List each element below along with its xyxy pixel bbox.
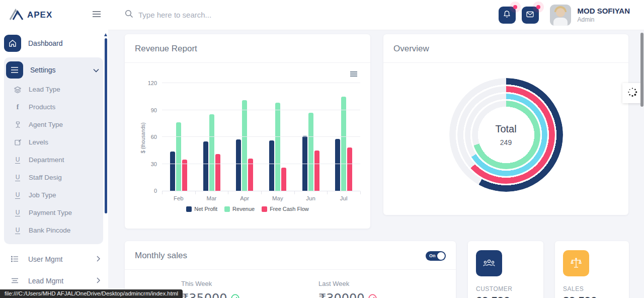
underline-u-icon: U (13, 157, 22, 164)
bar[interactable] (341, 97, 346, 191)
messages-button[interactable] (522, 7, 539, 24)
sidebar-subitem-agent-type[interactable]: Agent Type (6, 116, 99, 133)
this-week-value: ₹35000 (181, 291, 227, 298)
brand-name: APEX (27, 10, 52, 20)
bar-chart-plot: 0306090120 (162, 84, 360, 191)
main-area: MOD SOFIYAN Admin Revenue Report $ (thou… (108, 0, 644, 298)
x-tick-mark (261, 191, 262, 194)
stat-value: 89,596 (563, 294, 621, 298)
legend-item[interactable]: Revenue (224, 206, 255, 212)
bar[interactable] (215, 154, 220, 191)
sidebar-scroll-arrow[interactable] (104, 33, 107, 36)
gridline (162, 136, 360, 137)
sidebar-scrollbar[interactable] (105, 38, 107, 213)
sidebar-subitem-staff-desig[interactable]: UStaff Desig (6, 169, 99, 186)
gridline (162, 83, 360, 83)
stat-value: 69,596 (476, 294, 535, 298)
bar[interactable] (242, 100, 247, 191)
home-icon (4, 35, 21, 52)
legend-item[interactable]: Free Cash Flow (262, 206, 309, 212)
bar[interactable] (281, 168, 286, 191)
chevron-right-icon[interactable] (97, 255, 100, 264)
chart-menu-icon[interactable] (350, 70, 357, 78)
settings-list-icon (6, 61, 23, 79)
spinner-icon (627, 87, 638, 100)
x-tick-label: Jul (327, 195, 360, 201)
edit-note-icon (13, 139, 22, 145)
radial-total-label: Total (495, 123, 516, 135)
notifications-button[interactable] (499, 7, 516, 24)
customers-icon (476, 250, 502, 276)
x-tick-label: Feb (162, 195, 195, 201)
legend-swatch (186, 206, 192, 212)
sidebar-subitem-lead-type[interactable]: Lead Type (6, 81, 99, 98)
bar[interactable] (176, 122, 181, 191)
bar[interactable] (170, 152, 175, 191)
envelope-icon (526, 11, 534, 20)
sidebar-subitem-label: Products (29, 103, 55, 111)
sidebar-item-label: Settings (30, 66, 93, 74)
toggle-knob (437, 252, 445, 260)
bar[interactable] (236, 139, 241, 191)
bar[interactable] (269, 140, 274, 191)
bar-group-jul (327, 84, 360, 191)
sidebar-subitem-label: Staff Desig (29, 174, 62, 181)
bar-group-jun (294, 84, 328, 191)
underline-u-icon: U (13, 209, 22, 216)
bar[interactable] (314, 151, 319, 191)
sidebar-subitem-products[interactable]: fProducts (6, 98, 99, 116)
page-scrollbar[interactable] (639, 0, 644, 298)
sidebar-subitem-bank-pincode[interactable]: UBank Pincode (6, 221, 99, 239)
trend-down-icon (368, 291, 377, 298)
sidebar-item-user-mgmt[interactable]: User Mgmt (4, 248, 103, 270)
menu-lines-icon (11, 278, 21, 283)
bar[interactable] (182, 160, 187, 191)
last-week-label: Last Week (318, 280, 456, 287)
bell-icon (503, 10, 511, 20)
bar[interactable] (275, 103, 280, 191)
bar[interactable] (347, 147, 352, 191)
sidebar-item-dashboard[interactable]: Dashboard (4, 32, 103, 54)
user-avatar[interactable] (550, 5, 571, 26)
bar[interactable] (209, 114, 214, 191)
apex-mountain-icon (9, 8, 25, 23)
bar-group-mar (195, 84, 228, 191)
bar[interactable] (203, 141, 208, 191)
x-tick-label: Jun (294, 195, 328, 201)
monthly-sales-toggle[interactable]: On (426, 251, 446, 261)
sidebar-subitem-payment-type[interactable]: UPayment Type (6, 204, 99, 221)
page-scrollbar-thumb[interactable] (640, 33, 643, 107)
sidebar-item-settings[interactable]: Settings (6, 59, 99, 81)
bar[interactable] (335, 139, 340, 191)
stat-label: SALES (563, 285, 621, 292)
brand-logo[interactable]: APEX (9, 8, 92, 23)
list-icon (11, 256, 21, 262)
chevron-down-icon[interactable] (93, 65, 99, 74)
y-tick-label: 60 (127, 134, 157, 140)
overview-card: Overview Total 249 (383, 34, 628, 215)
sidebar-subitem-label: Department (29, 156, 64, 164)
sidebar-item-label: Lead Mgmt (28, 277, 97, 285)
bar-group-may (261, 84, 294, 191)
sidebar-subitem-label: Bank Pincode (29, 227, 70, 234)
x-axis-labels: FebMarAprMayJunJul (162, 195, 360, 201)
sidebar-item-lead-mgmt[interactable]: Lead Mgmt (4, 270, 103, 291)
sidebar-subitem-levels[interactable]: Levels (6, 133, 99, 151)
search-input[interactable] (138, 11, 350, 19)
chevron-right-icon[interactable] (97, 276, 100, 285)
sidebar-subitem-job-type[interactable]: UJob Type (6, 186, 99, 204)
legend-item[interactable]: Net Profit (186, 206, 217, 212)
podium-icon (13, 121, 22, 128)
sidebar-subitem-label: Lead Type (29, 86, 60, 93)
bar[interactable] (308, 113, 313, 191)
sidebar-toggle-icon[interactable] (92, 11, 101, 20)
sidebar-subitem-label: Job Type (29, 191, 56, 199)
scales-icon (563, 250, 589, 276)
x-tick-label: May (261, 195, 294, 201)
user-role: Admin (578, 16, 630, 23)
bar-group-feb (162, 84, 195, 191)
sidebar-subitem-department[interactable]: UDepartment (6, 151, 99, 169)
legend-swatch (224, 206, 230, 212)
user-menu[interactable]: MOD SOFIYAN Admin (578, 7, 630, 23)
sidebar-item-label: Dashboard (28, 39, 63, 47)
